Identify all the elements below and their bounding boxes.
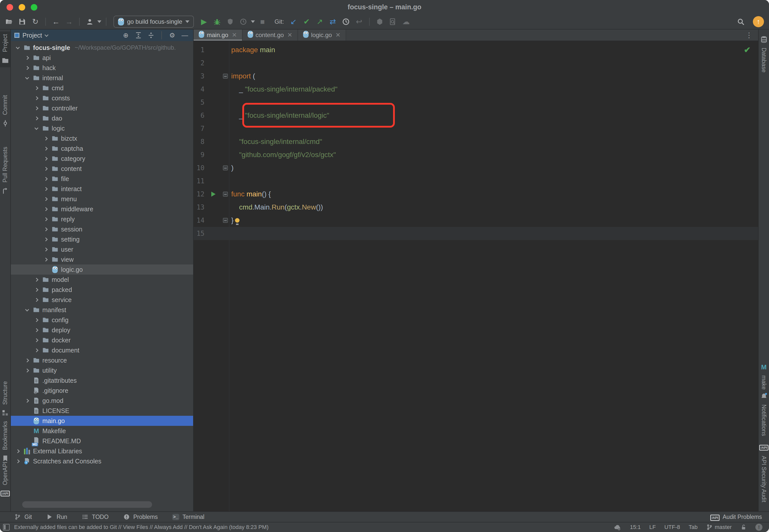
chevron-right-icon[interactable] <box>24 397 30 404</box>
tree-item-view[interactable]: view <box>11 254 193 264</box>
chevron-down-icon[interactable] <box>24 75 30 81</box>
file-encoding[interactable]: UTF-8 <box>664 524 680 530</box>
chevron-right-icon[interactable] <box>24 367 30 374</box>
fold-region-icon[interactable] <box>222 192 229 197</box>
horizontal-scrollbar[interactable] <box>22 501 152 508</box>
toolwindow-button-terminal[interactable]: >_Terminal <box>172 513 204 521</box>
chevron-right-icon[interactable] <box>33 337 40 343</box>
tree-item-document[interactable]: document <box>11 345 193 355</box>
tree-item-makefile[interactable]: MMakefile <box>11 426 193 436</box>
run-main-icon[interactable] <box>208 192 219 197</box>
stripe-button-make[interactable]: Mmake <box>759 360 769 392</box>
inspection-ok-icon[interactable]: ✔ <box>744 45 751 55</box>
tree-item-utility[interactable]: utility <box>11 365 193 375</box>
tree-item-consts[interactable]: consts <box>11 93 193 103</box>
fold-region-icon[interactable] <box>222 218 229 223</box>
chevron-right-icon[interactable] <box>42 206 49 212</box>
search-everywhere-icon[interactable] <box>735 16 746 27</box>
tree-item-menu[interactable]: menu <box>11 194 193 204</box>
tree-item-reply[interactable]: reply <box>11 214 193 224</box>
code-line-15[interactable]: 15 <box>194 227 758 240</box>
run-options-dropdown-icon[interactable] <box>251 20 255 23</box>
locate-file-icon[interactable]: ⊕ <box>121 31 131 40</box>
chevron-right-icon[interactable] <box>42 165 49 172</box>
chevron-right-icon[interactable] <box>42 145 49 152</box>
tree-item-user[interactable]: user <box>11 244 193 254</box>
tree-item-deploy[interactable]: deploy <box>11 325 193 335</box>
chevron-down-icon[interactable] <box>33 125 40 132</box>
collapse-all-icon[interactable] <box>146 31 156 40</box>
chevron-right-icon[interactable] <box>33 85 40 91</box>
chevron-right-icon[interactable] <box>24 357 30 364</box>
tree-item-captcha[interactable]: captcha <box>11 143 193 154</box>
stripe-button-api-security-audit[interactable]: /APIAPI Security Audit <box>759 441 769 505</box>
expand-all-icon[interactable] <box>134 31 143 40</box>
tree-item-setting[interactable]: setting <box>11 234 193 244</box>
chevron-right-icon[interactable] <box>33 95 40 101</box>
audit-problems-button[interactable]: /API Audit Problems <box>710 514 762 520</box>
tree-item-.gitignore[interactable]: .gitignore <box>11 386 193 396</box>
tree-item-logic[interactable]: logic <box>11 123 193 133</box>
tree-item-api[interactable]: api <box>11 53 193 63</box>
stripe-button-notifications[interactable]: Notifications <box>759 389 769 438</box>
sync-icon[interactable]: ↻ <box>30 16 41 27</box>
close-tab-icon[interactable]: ✕ <box>232 32 237 39</box>
user-profile-icon[interactable] <box>84 16 95 27</box>
chevron-right-icon[interactable] <box>14 448 21 454</box>
intention-bulb-icon[interactable] <box>235 218 240 223</box>
stripe-button-project[interactable]: Project <box>0 32 10 67</box>
tree-item-interact[interactable]: interact <box>11 184 193 194</box>
chevron-right-icon[interactable] <box>33 276 40 283</box>
tree-item-bizctx[interactable]: bizctx <box>11 133 193 143</box>
tree-item-license[interactable]: LICENSE <box>11 406 193 416</box>
code-line-2[interactable]: 2 <box>194 56 758 70</box>
git-update-icon[interactable]: ↙ <box>288 16 299 27</box>
chevron-right-icon[interactable] <box>33 317 40 323</box>
tree-item-go.mod[interactable]: go.mod <box>11 396 193 406</box>
code-line-11[interactable]: 11 <box>194 174 758 188</box>
tree-item-session[interactable]: session <box>11 224 193 234</box>
toolwindow-button-run[interactable]: Run <box>46 513 67 521</box>
chevron-right-icon[interactable] <box>24 54 30 61</box>
code-line-12[interactable]: 12func main() { <box>194 188 758 201</box>
chevron-right-icon[interactable] <box>33 327 40 333</box>
code-line-10[interactable]: 10) <box>194 161 758 174</box>
open-folder-icon[interactable] <box>4 16 15 27</box>
tree-item-model[interactable]: model <box>11 275 193 285</box>
lock-icon[interactable] <box>740 524 747 530</box>
tab-options-icon[interactable]: ⋮ <box>746 31 753 39</box>
tree-item-readme.md[interactable]: MDREADME.MD <box>11 436 193 446</box>
code-line-13[interactable]: 13 cmd.Main.Run(gctx.New()) <box>194 201 758 214</box>
tree-item-focus-single[interactable]: focus-single~/Workspace/Go/GOPATH/src/gi… <box>11 43 193 53</box>
chevron-right-icon[interactable] <box>33 297 40 303</box>
chevron-right-icon[interactable] <box>42 155 49 162</box>
tree-item-category[interactable]: category <box>11 154 193 164</box>
status-message[interactable]: Externally added files can be added to G… <box>14 524 269 530</box>
chevron-down-icon[interactable] <box>14 44 21 51</box>
tree-item-scratches-and-consoles[interactable]: Scratches and Consoles <box>11 456 193 466</box>
tree-item-cmd[interactable]: cmd <box>11 83 193 93</box>
chevron-right-icon[interactable] <box>33 286 40 293</box>
indent-style[interactable]: Tab <box>689 524 697 530</box>
stripe-button-structure[interactable]: Structure <box>0 379 10 420</box>
editor-tab-content.go[interactable]: content.go✕ <box>243 29 298 41</box>
code-line-1[interactable]: 1package main <box>194 43 758 56</box>
chevron-down-icon[interactable] <box>24 307 30 313</box>
git-branch-widget[interactable]: master <box>706 524 732 530</box>
code-line-4[interactable]: 4 _ "focus-single/internal/packed" <box>194 83 758 96</box>
tree-item-internal[interactable]: internal <box>11 73 193 83</box>
chevron-right-icon[interactable] <box>42 196 49 202</box>
tree-item-main.go[interactable]: main.go <box>11 416 193 426</box>
chevron-right-icon[interactable] <box>42 175 49 182</box>
user-dropdown-icon[interactable] <box>97 20 101 23</box>
chevron-right-icon[interactable] <box>33 105 40 111</box>
chevron-right-icon[interactable] <box>42 135 49 142</box>
line-separator[interactable]: LF <box>649 524 656 530</box>
toolwindow-button-todo[interactable]: TODO <box>81 513 109 521</box>
debug-button[interactable] <box>212 16 223 27</box>
chevron-right-icon[interactable] <box>14 458 21 464</box>
tree-item-external-libraries[interactable]: External Libraries <box>11 446 193 456</box>
chevron-right-icon[interactable] <box>42 256 49 263</box>
project-view-dropdown-icon[interactable] <box>45 33 49 37</box>
tree-item-manifest[interactable]: manifest <box>11 305 193 315</box>
